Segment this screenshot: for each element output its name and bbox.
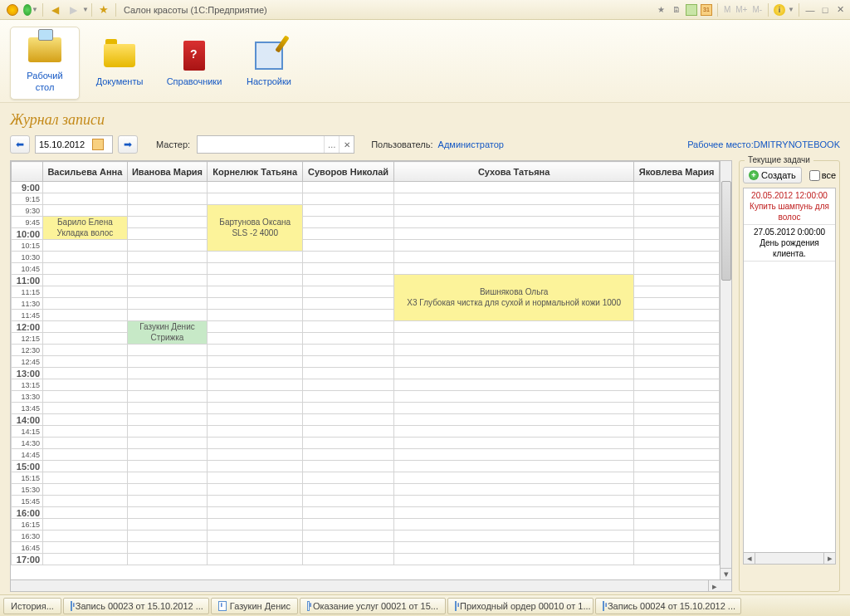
- appointment[interactable]: Вишнякова ОльгаX3 Глубокая чистка для су…: [393, 275, 633, 321]
- info-dropdown-icon[interactable]: ▼: [788, 6, 794, 13]
- schedule-cell[interactable]: [303, 345, 394, 356]
- schedule-cell[interactable]: [208, 193, 303, 205]
- schedule-cell[interactable]: [303, 379, 394, 391]
- fav2-icon[interactable]: ★: [655, 3, 668, 17]
- schedule-cell[interactable]: [303, 356, 394, 368]
- schedule-cell[interactable]: [393, 228, 633, 240]
- schedule-cell[interactable]: [303, 496, 394, 507]
- schedule-cell[interactable]: [393, 217, 633, 228]
- schedule-cell[interactable]: [43, 472, 128, 484]
- schedule-cell[interactable]: [208, 252, 303, 263]
- schedule-cell[interactable]: [43, 321, 128, 333]
- schedule-cell[interactable]: [208, 182, 303, 193]
- schedule-cell[interactable]: [208, 426, 303, 438]
- schedule-cell[interactable]: [43, 333, 128, 345]
- schedule-cell[interactable]: [208, 310, 303, 321]
- schedule-cell[interactable]: [127, 275, 207, 286]
- mem-mplus[interactable]: M+: [734, 5, 749, 14]
- schedule-cell[interactable]: [303, 310, 394, 321]
- schedule-cell[interactable]: [127, 356, 207, 368]
- schedule-cell[interactable]: [634, 228, 720, 240]
- schedule-cell[interactable]: [634, 438, 720, 449]
- schedule-cell[interactable]: [634, 519, 720, 530]
- master-input[interactable]: [198, 139, 324, 149]
- master-header[interactable]: Корнелюк Татьяна: [208, 162, 303, 182]
- schedule-cell[interactable]: [43, 542, 128, 554]
- all-checkbox[interactable]: все: [809, 170, 836, 181]
- calendar-icon[interactable]: 31: [700, 3, 713, 17]
- scroll-right-icon[interactable]: ▸: [823, 553, 835, 564]
- master-select-button[interactable]: …: [324, 136, 339, 153]
- appointment[interactable]: Барило ЕленаУкладка волос: [43, 217, 128, 240]
- schedule-cell[interactable]: [43, 368, 128, 379]
- schedule-cell[interactable]: [208, 368, 303, 379]
- schedule-cell[interactable]: [127, 403, 207, 414]
- all-checkbox-input[interactable]: [809, 170, 820, 181]
- schedule-cell[interactable]: [393, 496, 633, 507]
- schedule-cell[interactable]: [127, 554, 207, 565]
- schedule-cell[interactable]: [303, 252, 394, 263]
- schedule-cell[interactable]: [127, 205, 207, 217]
- schedule-cell[interactable]: [127, 252, 207, 263]
- schedule-cell[interactable]: [43, 286, 128, 298]
- schedule-cell[interactable]: [43, 275, 128, 286]
- schedule-cell[interactable]: [303, 217, 394, 228]
- schedule-cell[interactable]: [393, 426, 633, 438]
- scroll-down-icon[interactable]: ▾: [721, 568, 732, 579]
- scrollbar-thumb[interactable]: [721, 181, 731, 281]
- schedule-cell[interactable]: [393, 542, 633, 554]
- schedule-cell[interactable]: [127, 345, 207, 356]
- schedule-cell[interactable]: [303, 228, 394, 240]
- schedule-cell[interactable]: [634, 205, 720, 217]
- schedule-cell[interactable]: [393, 438, 633, 449]
- doc-icon[interactable]: 🗎: [670, 3, 683, 17]
- minimize-button[interactable]: —: [804, 4, 817, 16]
- taskbar-tab[interactable]: Оказание услуг 00021 от 15...: [300, 598, 446, 614]
- schedule-cell[interactable]: [303, 461, 394, 472]
- master-header[interactable]: Суворов Николай: [303, 162, 394, 182]
- schedule-cell[interactable]: [393, 182, 633, 193]
- schedule-cell[interactable]: [43, 519, 128, 530]
- task-list[interactable]: 20.05.2012 12:00:00Купить шампунь для во…: [743, 188, 836, 553]
- schedule-cell[interactable]: [43, 403, 128, 414]
- schedule-cell[interactable]: [634, 449, 720, 461]
- schedule-cell[interactable]: [393, 356, 633, 368]
- schedule-cell[interactable]: [43, 414, 128, 426]
- schedule-cell[interactable]: [127, 228, 207, 240]
- schedule-cell[interactable]: [208, 275, 303, 286]
- schedule-cell[interactable]: [127, 507, 207, 519]
- taskbar-history[interactable]: История...: [3, 598, 61, 614]
- schedule-cell[interactable]: [393, 321, 633, 333]
- schedule-cell[interactable]: [303, 275, 394, 286]
- tab-settings[interactable]: Настройки: [234, 27, 304, 100]
- schedule-cell[interactable]: [208, 321, 303, 333]
- horizontal-scrollbar[interactable]: ▸: [11, 579, 731, 591]
- schedule-cell[interactable]: [127, 449, 207, 461]
- mem-mminus[interactable]: M-: [750, 5, 764, 14]
- schedule-cell[interactable]: [634, 530, 720, 542]
- maximize-button[interactable]: □: [818, 4, 832, 16]
- schedule-cell[interactable]: [303, 368, 394, 379]
- schedule-cell[interactable]: [43, 530, 128, 542]
- schedule-cell[interactable]: [393, 240, 633, 252]
- schedule-cell[interactable]: [393, 368, 633, 379]
- schedule-cell[interactable]: [303, 519, 394, 530]
- schedule-cell[interactable]: [303, 472, 394, 484]
- date-prev-button[interactable]: ⬅: [10, 135, 30, 154]
- tasks-scrollbar[interactable]: ◂ ▸: [743, 553, 836, 565]
- schedule-cell[interactable]: [43, 205, 128, 217]
- schedule-cell[interactable]: [127, 542, 207, 554]
- schedule-cell[interactable]: [208, 542, 303, 554]
- schedule-cell[interactable]: [634, 240, 720, 252]
- schedule-cell[interactable]: [393, 507, 633, 519]
- schedule-cell[interactable]: [208, 333, 303, 345]
- schedule-cell[interactable]: [393, 414, 633, 426]
- schedule-cell[interactable]: [303, 530, 394, 542]
- schedule-cell[interactable]: [127, 298, 207, 310]
- schedule-cell[interactable]: [303, 484, 394, 496]
- schedule-cell[interactable]: [634, 356, 720, 368]
- schedule-cell[interactable]: [127, 438, 207, 449]
- schedule-cell[interactable]: [127, 217, 207, 228]
- schedule-cell[interactable]: [127, 182, 207, 193]
- master-header[interactable]: Васильева Анна: [43, 162, 128, 182]
